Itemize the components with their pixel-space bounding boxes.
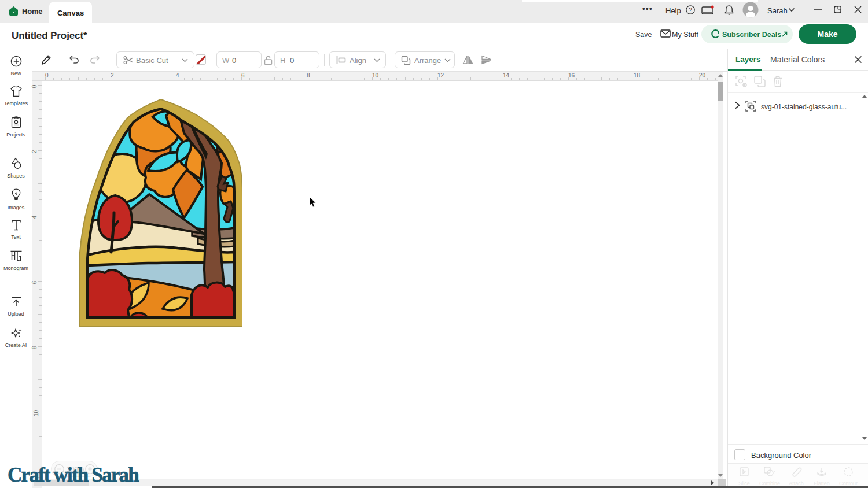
svg-text:?: ? [689,7,692,13]
